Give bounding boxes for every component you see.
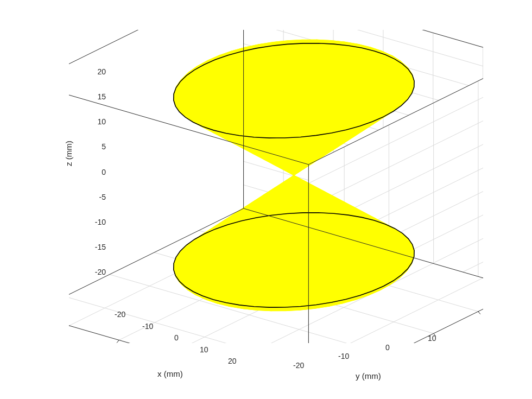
svg-marker-1928 — [302, 209, 319, 213]
z-tick-label: 20 — [84, 67, 106, 76]
z-tick-label: 10 — [84, 117, 106, 126]
svg-line-1988 — [478, 312, 480, 314]
x-tick-label: -10 — [142, 322, 153, 331]
svg-marker-1949 — [302, 220, 318, 224]
svg-marker-1435 — [288, 56, 302, 71]
z-tick-label: -10 — [84, 218, 106, 226]
z-axis-label: z (mm) — [64, 141, 73, 166]
svg-marker-1503 — [210, 284, 225, 289]
x-tick-label: 10 — [200, 345, 208, 354]
svg-marker-1386 — [276, 71, 289, 85]
svg-marker-1902 — [300, 233, 313, 239]
svg-marker-1920 — [288, 229, 302, 234]
svg-marker-1956 — [302, 218, 318, 221]
z-tick-label: -20 — [84, 268, 106, 276]
svg-marker-1450 — [271, 44, 288, 59]
svg-marker-1419 — [274, 58, 288, 72]
svg-marker-1922 — [301, 229, 315, 233]
y-tick-label: -10 — [338, 352, 349, 360]
y-axis-label: y (mm) — [356, 371, 381, 381]
plot-canvas — [69, 30, 483, 343]
svg-marker-1412 — [300, 69, 314, 83]
svg-marker-1296 — [288, 297, 297, 303]
svg-marker-1699 — [290, 194, 299, 198]
svg-marker-1400 — [289, 69, 301, 83]
x-tick-label: 0 — [174, 333, 179, 342]
svg-marker-1634 — [290, 191, 299, 195]
svg-marker-1467 — [287, 43, 303, 58]
svg-marker-1574 — [221, 281, 242, 284]
svg-marker-1566 — [292, 187, 298, 191]
axes-3d — [69, 30, 483, 343]
figure: -20 -15 -10 -5 0 5 10 15 20 z (mm) -20 -… — [0, 0, 532, 399]
z-tick-label: 0 — [84, 168, 106, 176]
svg-marker-1820 — [300, 201, 314, 205]
svg-marker-1322 — [290, 96, 299, 110]
z-tick-label: -15 — [84, 243, 106, 251]
z-tick-label: 5 — [84, 142, 106, 151]
y-tick-label: 0 — [385, 343, 390, 352]
x-tick-label: -20 — [115, 310, 125, 319]
svg-marker-1443 — [301, 56, 316, 69]
y-tick-label: -20 — [293, 361, 304, 370]
x-axis-label: x (mm) — [157, 369, 183, 378]
svg-marker-1473 — [302, 43, 319, 56]
z-tick-label: -5 — [84, 193, 106, 201]
svg-marker-1955 — [318, 215, 334, 218]
svg-line-1981 — [117, 340, 119, 343]
svg-marker-1366 — [289, 83, 300, 97]
svg-marker-1273 — [290, 109, 299, 123]
y-tick-label: 10 — [428, 334, 436, 343]
svg-marker-1873 — [289, 239, 301, 247]
x-tick-label: 20 — [228, 357, 237, 365]
z-tick-label: 15 — [84, 92, 106, 101]
svg-marker-1899 — [289, 233, 301, 240]
svg-marker-1351 — [278, 84, 290, 98]
svg-marker-1958 — [303, 215, 319, 218]
svg-marker-1939 — [302, 224, 316, 229]
